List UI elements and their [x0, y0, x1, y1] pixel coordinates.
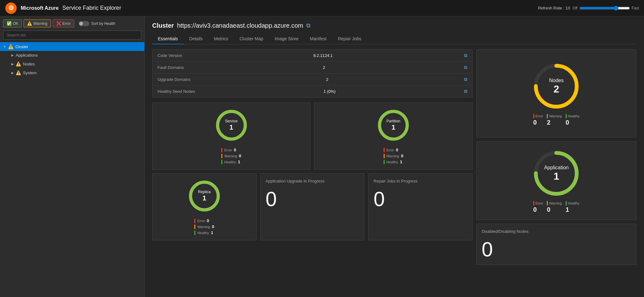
- application-warning-stat: Warning 0: [547, 201, 562, 213]
- tab-details[interactable]: Details: [184, 34, 208, 44]
- cluster-header-label: Cluster: [152, 22, 174, 29]
- copy-fault-domains-icon[interactable]: ⧉: [464, 65, 467, 70]
- tab-cluster-map[interactable]: Cluster Map: [234, 34, 269, 44]
- sidebar-item-system[interactable]: ▶ ⚠️ System: [0, 68, 144, 77]
- tab-repair-jobs[interactable]: Repair Jobs: [332, 34, 367, 44]
- search-input[interactable]: [3, 31, 141, 40]
- nodes-warning-bar: [547, 114, 548, 118]
- partition-warning-bar: [384, 154, 385, 158]
- application-healthy-value: 1: [566, 206, 569, 213]
- replica-healthy-label: Healthy: [197, 231, 209, 235]
- refresh-slider[interactable]: [580, 6, 630, 11]
- application-error-label: Error: [536, 201, 543, 205]
- partition-error-label: Error: [386, 148, 394, 152]
- disabled-nodes-tile: Disabled/Disabling Nodes 0: [476, 224, 636, 265]
- service-warning-label: Warning: [224, 154, 237, 158]
- main-layout: ✅ OK ⚠️ Warning ❌ Error Sort by Health ▼…: [0, 16, 644, 297]
- partition-healthy-label: Healthy: [386, 160, 398, 164]
- applications-arrow-icon: ▶: [11, 53, 14, 57]
- warning-filter-button[interactable]: ⚠️ Warning: [24, 20, 51, 27]
- application-warning-header: Warning: [547, 201, 562, 205]
- sidebar-item-nodes[interactable]: ▶ ⚠️ Nodes: [0, 59, 144, 68]
- refresh-rate-label: Refresh Rate : 10: [538, 6, 570, 10]
- service-healthy-row: Healthy 1: [221, 160, 241, 164]
- error-filter-button[interactable]: ❌ Error: [53, 20, 75, 27]
- repair-title: Repair Jobs In Progress: [374, 179, 417, 184]
- copy-code-version-icon[interactable]: ⧉: [464, 53, 467, 58]
- application-error-bar: [533, 201, 534, 205]
- code-version-value: 8.2.1124.1: [314, 53, 333, 58]
- nodes-healthy-label: Healthy: [568, 114, 580, 118]
- replica-healthy-bar: [194, 231, 195, 235]
- nodes-donut-wrapper: Nodes 2: [531, 61, 581, 111]
- copy-upgrade-domains-icon[interactable]: ⧉: [464, 77, 467, 82]
- application-healthy-label: Healthy: [568, 201, 580, 205]
- service-healthy-label: Healthy: [224, 160, 236, 164]
- sidebar-item-applications[interactable]: ▶ Applications: [0, 51, 144, 59]
- replica-error-label: Error: [197, 219, 205, 223]
- tree-container: ▼ ⚠️ Cluster ▶ Applications ▶ ⚠️ Nodes ▶…: [0, 42, 144, 297]
- healthy-seed-nodes-key: Healthy Seed Nodes: [158, 89, 195, 94]
- service-error-row: Error 0: [221, 148, 241, 152]
- application-healthy-stat: Healthy 1: [566, 201, 580, 213]
- ok-icon: ✅: [7, 21, 12, 26]
- info-table: Code Version 8.2.1124.1 ⧉ Fault Domains …: [152, 49, 473, 98]
- service-label-num: 1: [225, 123, 238, 132]
- refresh-rate-area: Refresh Rate : 10 Off Fast: [538, 6, 639, 11]
- tab-metrics[interactable]: Metrics: [208, 34, 234, 44]
- tab-image-store[interactable]: Image Store: [269, 34, 304, 44]
- warning-label: Warning: [33, 21, 47, 26]
- warning-icon: ⚠️: [27, 21, 32, 26]
- application-error-header: Error: [533, 201, 543, 205]
- application-stats-row: Error 0 Warning 0: [533, 201, 580, 213]
- fault-domains-key: Fault Domains: [158, 65, 184, 70]
- applications-label: Applications: [16, 53, 38, 58]
- application-healthy-header: Healthy: [566, 201, 580, 205]
- ok-filter-button[interactable]: ✅ OK: [3, 20, 22, 27]
- copy-healthy-seed-nodes-icon[interactable]: ⧉: [464, 89, 467, 94]
- replica-donut: Replica 1: [187, 179, 222, 213]
- nodes-healthy-value: 0: [566, 119, 569, 126]
- refresh-off-label: Off: [573, 6, 578, 10]
- repair-tile: Repair Jobs In Progress 0: [368, 173, 473, 240]
- info-table-wrapper: Code Version 8.2.1124.1 ⧉ Fault Domains …: [152, 49, 473, 265]
- service-error-bar: [221, 148, 222, 152]
- partition-error-row: Error 0: [384, 148, 403, 152]
- error-icon: ❌: [56, 21, 61, 26]
- main-content: Code Version 8.2.1124.1 ⧉ Fault Domains …: [145, 44, 644, 297]
- content-header: Cluster https://aviv3.canadaeast.cloudap…: [145, 16, 644, 44]
- nodes-error-label: Error: [536, 114, 543, 118]
- tab-manifest[interactable]: Manifest: [304, 34, 332, 44]
- partition-tile: Partition 1 Error 0: [314, 103, 472, 170]
- code-version-key: Code Version: [158, 53, 182, 58]
- replica-label-num: 1: [198, 194, 211, 202]
- sort-label: Sort by Health: [91, 21, 115, 26]
- repair-count: 0: [374, 189, 385, 209]
- service-warning-bar: [221, 154, 222, 158]
- cluster-url-row: Cluster https://aviv3.canadaeast.cloudap…: [152, 22, 636, 29]
- service-error-value: 0: [234, 148, 236, 152]
- sidebar-item-cluster[interactable]: ▼ ⚠️ Cluster: [0, 42, 144, 51]
- partition-label-text: Partition: [386, 119, 400, 123]
- partition-label-num: 1: [386, 123, 400, 132]
- nodes-warning-icon: ⚠️: [16, 61, 21, 66]
- partition-error-value: 0: [396, 148, 398, 152]
- service-healthy-value: 1: [238, 160, 240, 164]
- tab-essentials[interactable]: Essentials: [152, 34, 184, 44]
- replica-donut-label: Replica 1: [198, 190, 211, 202]
- application-title: Application: [544, 165, 569, 170]
- top-section: Code Version 8.2.1124.1 ⧉ Fault Domains …: [152, 49, 636, 265]
- code-version-row: Code Version 8.2.1124.1 ⧉: [153, 50, 472, 62]
- replica-stats: Error 0 Warning 0 Heal: [194, 218, 214, 235]
- sort-toggle[interactable]: [79, 21, 89, 26]
- tabs-bar: Essentials Details Metrics Cluster Map I…: [152, 34, 636, 44]
- application-healthy-bar: [566, 201, 567, 205]
- copy-url-icon[interactable]: ⧉: [306, 22, 310, 29]
- partition-warning-label: Warning: [386, 154, 399, 158]
- application-tile: Application 1 Error 0: [476, 141, 636, 220]
- replica-healthy-value: 1: [211, 230, 213, 235]
- sort-by-health[interactable]: Sort by Health: [76, 20, 118, 27]
- cluster-warning-icon: ⚠️: [8, 44, 14, 49]
- service-donut-label: Service 1: [225, 119, 238, 132]
- service-donut: Service 1: [214, 108, 249, 143]
